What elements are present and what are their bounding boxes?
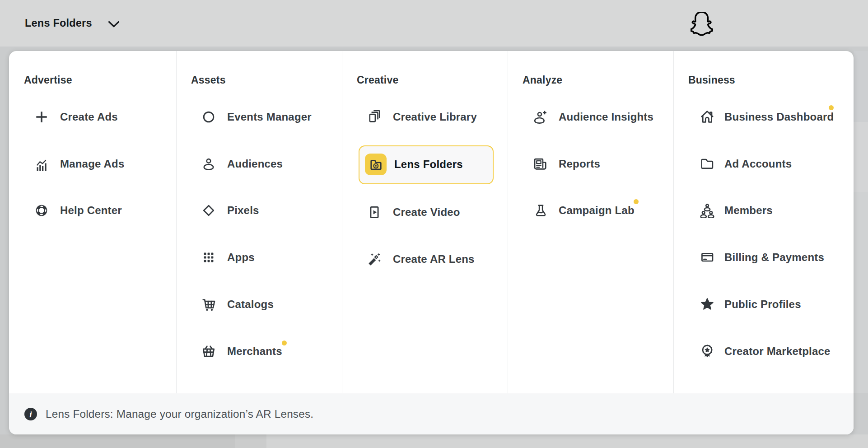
svg-text:i: i	[29, 409, 32, 419]
